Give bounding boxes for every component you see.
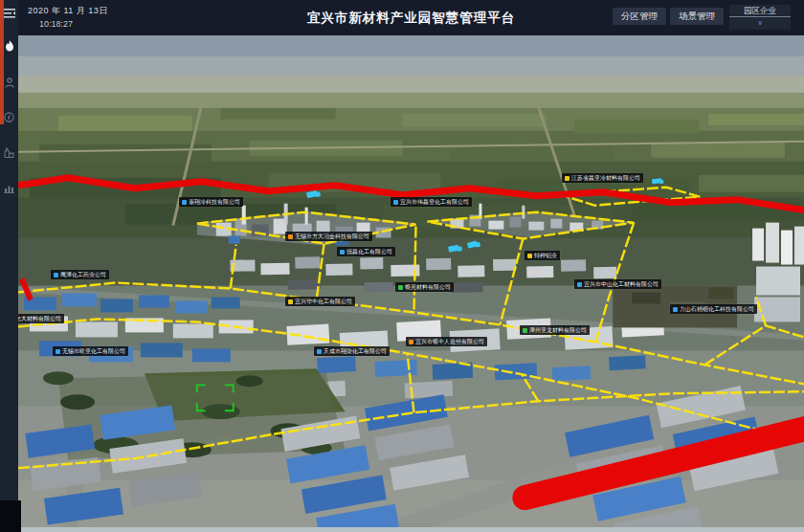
map-viewport[interactable]: 泰翔冷科技有限公司 宜兴市伟昌登化工有限公司 江苏省昌亚冷材料有限公司 无锡市方… [0,0,804,532]
company-marker-icon [565,176,570,181]
flame-icon[interactable] [0,36,18,55]
company-marker-icon [673,307,678,312]
company-label[interactable]: 无锡市欧亚化工有限公司 [53,346,128,356]
company-marker-icon [182,200,187,205]
company-label-text: 力山石精细化工科技有限公司 [680,306,754,312]
company-label[interactable]: 鹰潭化工药业公司 [51,270,109,279]
company-label-text: 潭州亚龙材料有限公司 [529,327,587,333]
zone-management-button[interactable]: 分区管理 [613,8,666,25]
company-label[interactable]: 宜兴市银丰人造丝有限公司 [406,337,487,346]
company-label[interactable]: 德昌化工有限公司 [337,247,395,256]
company-label[interactable]: 宜兴华丰化工有限公司 [285,297,355,306]
scene-management-button[interactable]: 场景管理 [670,8,724,25]
company-label-text: 无锡市方大冶金科技有限公司 [295,233,369,239]
company-marker-icon [393,200,398,205]
gauge-icon[interactable] [0,107,18,126]
chevron-down-icon: ∨ [729,17,791,28]
top-bar: 2020 年 11 月 13日 10:18:27 宜兴市新材料产业园智慧管理平台… [18,0,804,35]
company-marker-icon [527,254,532,258]
company-marker-icon [577,282,582,287]
company-marker-icon [288,299,293,304]
company-label-text: 光大材料有限公司 [15,316,61,321]
company-marker-icon [317,349,322,354]
menu-fold-icon[interactable] [0,4,18,23]
company-label-text: 宜兴市中山化工材料有限公司 [584,281,659,287]
company-marker-icon [288,234,293,239]
company-label[interactable]: 宜兴市伟昌登化工有限公司 [391,197,472,207]
company-label[interactable]: 泰翔冷科技有限公司 [179,197,243,207]
company-label[interactable]: 潭州亚龙材料有限公司 [520,325,590,335]
company-label[interactable]: 江苏省昌亚冷材料有限公司 [562,173,643,183]
company-label-text: 特种铝业 [534,253,557,258]
smart-park-platform-app: 泰翔冷科技有限公司 宜兴市伟昌登化工有限公司 江苏省昌亚冷材料有限公司 无锡市方… [0,0,804,532]
company-marker-icon [340,250,345,255]
company-label[interactable]: 无锡市方大冶金科技有限公司 [285,232,372,241]
company-marker-icon [523,328,527,333]
company-label-text: 宜兴市银丰人造丝有限公司 [415,339,484,344]
company-label-text: 宜兴市伟昌登化工有限公司 [400,199,469,205]
company-marker-icon [409,340,413,344]
company-label-text: 天成市翔染化工有限公司 [324,348,387,354]
person-icon[interactable] [0,73,18,92]
company-label-text: 江苏省昌亚冷材料有限公司 [571,175,640,181]
company-label[interactable]: 特种铝业 [525,251,560,260]
company-marker-icon [56,349,60,354]
bar-chart-icon[interactable] [0,178,18,197]
company-label-text: 宜兴华丰化工有限公司 [295,299,352,304]
company-label-text: 泰翔冷科技有限公司 [189,199,240,205]
company-label-text: 无锡市欧亚化工有限公司 [62,348,125,354]
company-label[interactable]: 宜兴市中山化工材料有限公司 [574,279,661,289]
factory-icon[interactable] [0,143,18,162]
company-marker-icon [398,285,403,290]
company-label-text: 鹰潭化工药业公司 [60,272,106,277]
bottom-strip [18,527,804,532]
sidebar-bottom-panel [0,500,21,532]
company-label-text: 德昌化工有限公司 [346,249,392,255]
company-label[interactable]: 天成市翔染化工有限公司 [314,346,390,356]
company-label[interactable]: 力山石精细化工科技有限公司 [670,304,757,314]
park-enterprise-dropdown[interactable]: 园区企业 ∨ [729,5,791,30]
company-label-text: 银亮材料有限公司 [405,284,451,290]
sky-horizon [18,35,804,110]
dropdown-label: 园区企业 [729,5,791,17]
sidebar [0,0,18,532]
company-label[interactable]: 银亮材料有限公司 [395,282,454,292]
company-marker-icon [54,273,58,277]
